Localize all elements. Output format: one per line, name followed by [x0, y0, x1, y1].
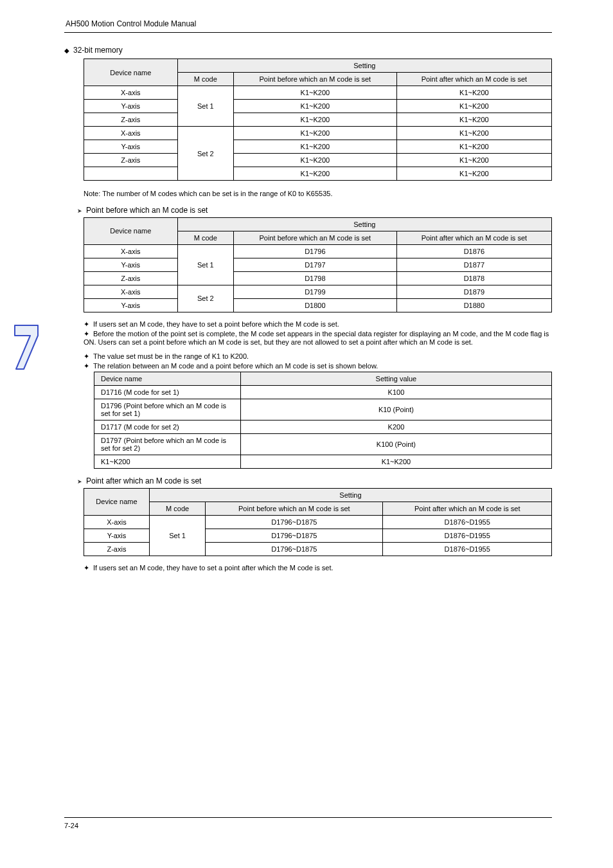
th-device-name: Device name	[84, 217, 178, 244]
table-row: Y-axis K1~K200 K1~K200	[84, 100, 552, 113]
table-row: X-axis Set 1 D1796 D1876	[84, 244, 552, 258]
table-before-point: Device name Setting M code Point before …	[84, 217, 552, 312]
table-32bit-memory: Device name Setting M code Point before …	[84, 59, 552, 181]
table-row: K1~K200K1~K200	[94, 455, 552, 468]
th-setting: Setting	[149, 488, 551, 502]
th-device-name: Device name	[94, 372, 241, 385]
th-after: Point after which an M code is set	[396, 73, 551, 86]
note-item: The relation between an M code and a poi…	[84, 362, 552, 370]
table-row: Z-axis K1~K200 K1~K200	[84, 113, 552, 127]
table-row: Z-axis D1798 D1878	[84, 271, 552, 285]
chapter-number-badge	[12, 321, 40, 374]
table-row: K1~K200 K1~K200	[84, 167, 552, 181]
table-row: D1796 (Point before which an M code is s…	[94, 399, 552, 420]
table-row: Z-axis K1~K200 K1~K200	[84, 154, 552, 167]
subsection-after: Point after which an M code is set	[77, 476, 552, 485]
note-item: The value set must be in the range of K1…	[84, 352, 552, 361]
section-32bit-memory: 32-bit memory	[64, 46, 552, 55]
note-range: Note: The number of M codes which can be…	[84, 188, 552, 199]
th-before: Point before which an M code is set	[233, 231, 396, 244]
th-mcode: M code	[149, 502, 205, 515]
th-before: Point before which an M code is set	[206, 502, 383, 515]
note-item: If users set an M code, they have to set…	[84, 564, 552, 572]
table-row: D1716 (M code for set 1)K100	[94, 385, 552, 399]
header-left: AH500 Motion Control Module Manual	[66, 19, 196, 28]
th-setting: Setting	[177, 217, 551, 231]
th-before: Point before which an M code is set	[233, 73, 396, 86]
table-row: D1797 (Point before which an M code is s…	[94, 433, 552, 455]
table-row: X-axis Set 1 D1796~D1875 D1876~D1955	[84, 515, 552, 529]
table-row: Y-axis D1797 D1877	[84, 258, 552, 271]
table-row: Y-axis K1~K200 K1~K200	[84, 140, 552, 154]
th-device-name: Device name	[84, 488, 150, 515]
th-mcode: M code	[177, 231, 233, 244]
note-item: Before the motion of the point set is co…	[84, 330, 552, 346]
note-item: If users set an M code, they have to set…	[84, 320, 552, 329]
th-after: Point after which an M code is set	[383, 502, 552, 515]
th-setting-value: Setting value	[240, 372, 551, 385]
table-relation: Device name Setting value D1716 (M code …	[94, 372, 552, 469]
subsection-before: Point before which an M code is set	[77, 206, 552, 215]
table-after-point: Device name Setting M code Point before …	[84, 488, 552, 556]
th-device-name: Device name	[84, 59, 178, 86]
th-after: Point after which an M code is set	[396, 231, 551, 244]
table-row: D1717 (M code for set 2)K200	[94, 420, 552, 433]
table-row: Y-axis D1800 D1880	[84, 298, 552, 312]
table-row: X-axis Set 2 K1~K200 K1~K200	[84, 127, 552, 140]
page-number: 7-24	[64, 822, 78, 829]
table-row: X-axis Set 1 K1~K200 K1~K200	[84, 86, 552, 100]
table-row: X-axis Set 2 D1799 D1879	[84, 285, 552, 298]
th-setting: Setting	[177, 59, 551, 73]
th-mcode: M code	[177, 73, 233, 86]
